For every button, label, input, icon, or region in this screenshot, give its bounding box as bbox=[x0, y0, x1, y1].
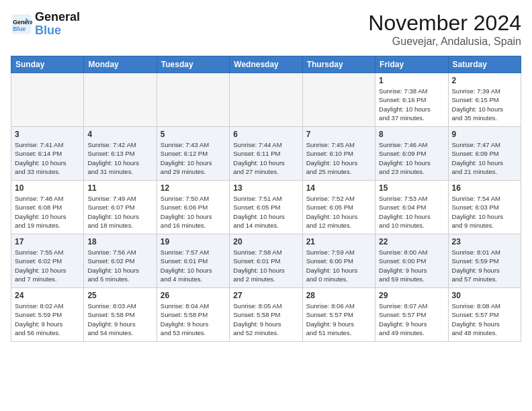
day-number: 4 bbox=[87, 130, 152, 139]
calendar-cell: 27Sunrise: 8:05 AM Sunset: 5:58 PM Dayli… bbox=[230, 288, 302, 342]
calendar-cell: 1Sunrise: 7:38 AM Sunset: 6:16 PM Daylig… bbox=[375, 73, 448, 127]
day-number: 29 bbox=[379, 291, 444, 300]
day-number: 11 bbox=[87, 183, 152, 193]
day-info: Sunrise: 7:51 AM Sunset: 6:05 PM Dayligh… bbox=[233, 194, 298, 230]
weekday-header: Sunday bbox=[11, 56, 84, 73]
calendar-cell: 19Sunrise: 7:57 AM Sunset: 6:01 PM Dayli… bbox=[157, 234, 229, 288]
day-info: Sunrise: 7:57 AM Sunset: 6:01 PM Dayligh… bbox=[161, 248, 226, 283]
day-info: Sunrise: 8:03 AM Sunset: 5:58 PM Dayligh… bbox=[87, 302, 152, 337]
calendar-cell: 29Sunrise: 8:07 AM Sunset: 5:57 PM Dayli… bbox=[375, 288, 448, 342]
day-number: 28 bbox=[306, 291, 371, 300]
calendar-cell: 17Sunrise: 7:55 AM Sunset: 6:02 PM Dayli… bbox=[11, 234, 84, 288]
page-header: General Blue GeneralBlue November 2024 G… bbox=[11, 11, 521, 48]
calendar-cell bbox=[157, 73, 229, 127]
calendar-cell bbox=[302, 73, 375, 127]
calendar-cell bbox=[230, 73, 302, 127]
calendar-cell: 8Sunrise: 7:46 AM Sunset: 6:09 PM Daylig… bbox=[375, 127, 448, 181]
day-info: Sunrise: 7:44 AM Sunset: 6:11 PM Dayligh… bbox=[233, 140, 298, 176]
calendar-cell: 13Sunrise: 7:51 AM Sunset: 6:05 PM Dayli… bbox=[230, 181, 302, 234]
day-number: 13 bbox=[233, 183, 298, 193]
calendar-week-row: 1Sunrise: 7:38 AM Sunset: 6:16 PM Daylig… bbox=[11, 73, 521, 127]
day-number: 17 bbox=[15, 237, 80, 246]
day-number: 30 bbox=[452, 291, 517, 300]
day-info: Sunrise: 7:43 AM Sunset: 6:12 PM Dayligh… bbox=[161, 140, 226, 176]
location: Guevejar, Andalusia, Spain bbox=[368, 36, 521, 48]
day-number: 26 bbox=[161, 291, 226, 300]
calendar-week-row: 17Sunrise: 7:55 AM Sunset: 6:02 PM Dayli… bbox=[11, 234, 521, 288]
calendar-cell: 24Sunrise: 8:02 AM Sunset: 5:59 PM Dayli… bbox=[11, 288, 84, 342]
day-number: 19 bbox=[161, 237, 226, 246]
day-info: Sunrise: 7:52 AM Sunset: 6:05 PM Dayligh… bbox=[306, 194, 371, 230]
weekday-header-row: SundayMondayTuesdayWednesdayThursdayFrid… bbox=[11, 56, 521, 73]
calendar-cell bbox=[11, 73, 84, 127]
calendar-week-row: 3Sunrise: 7:41 AM Sunset: 6:14 PM Daylig… bbox=[11, 127, 521, 181]
calendar-cell: 25Sunrise: 8:03 AM Sunset: 5:58 PM Dayli… bbox=[84, 288, 157, 342]
day-number: 2 bbox=[452, 76, 517, 85]
calendar-cell: 9Sunrise: 7:47 AM Sunset: 6:09 PM Daylig… bbox=[448, 127, 521, 181]
calendar-cell: 23Sunrise: 8:01 AM Sunset: 5:59 PM Dayli… bbox=[448, 234, 521, 288]
calendar-cell: 11Sunrise: 7:49 AM Sunset: 6:07 PM Dayli… bbox=[84, 181, 157, 234]
day-number: 10 bbox=[15, 183, 80, 193]
day-info: Sunrise: 7:45 AM Sunset: 6:10 PM Dayligh… bbox=[306, 140, 371, 176]
day-number: 7 bbox=[306, 130, 371, 139]
calendar-cell: 4Sunrise: 7:42 AM Sunset: 6:13 PM Daylig… bbox=[84, 127, 157, 181]
day-info: Sunrise: 7:50 AM Sunset: 6:06 PM Dayligh… bbox=[161, 194, 226, 230]
day-number: 8 bbox=[379, 130, 444, 139]
day-info: Sunrise: 8:04 AM Sunset: 5:58 PM Dayligh… bbox=[161, 302, 226, 337]
calendar-cell: 15Sunrise: 7:53 AM Sunset: 6:04 PM Dayli… bbox=[375, 181, 448, 234]
calendar-cell: 10Sunrise: 7:48 AM Sunset: 6:08 PM Dayli… bbox=[11, 181, 84, 234]
day-info: Sunrise: 7:48 AM Sunset: 6:08 PM Dayligh… bbox=[15, 194, 80, 230]
day-info: Sunrise: 7:53 AM Sunset: 6:04 PM Dayligh… bbox=[379, 194, 444, 230]
calendar-cell: 20Sunrise: 7:58 AM Sunset: 6:01 PM Dayli… bbox=[230, 234, 302, 288]
day-number: 25 bbox=[87, 291, 152, 300]
day-number: 21 bbox=[306, 237, 371, 246]
day-number: 27 bbox=[233, 291, 298, 300]
calendar-cell: 30Sunrise: 8:08 AM Sunset: 5:57 PM Dayli… bbox=[448, 288, 521, 342]
day-info: Sunrise: 7:49 AM Sunset: 6:07 PM Dayligh… bbox=[87, 194, 152, 230]
day-info: Sunrise: 7:42 AM Sunset: 6:13 PM Dayligh… bbox=[87, 140, 152, 176]
day-number: 14 bbox=[306, 183, 371, 193]
day-number: 24 bbox=[15, 291, 80, 300]
weekday-header: Tuesday bbox=[157, 56, 229, 73]
calendar-cell: 26Sunrise: 8:04 AM Sunset: 5:58 PM Dayli… bbox=[157, 288, 229, 342]
day-info: Sunrise: 7:38 AM Sunset: 6:16 PM Dayligh… bbox=[379, 87, 444, 122]
day-number: 23 bbox=[452, 237, 517, 246]
calendar-week-row: 24Sunrise: 8:02 AM Sunset: 5:59 PM Dayli… bbox=[11, 288, 521, 342]
day-info: Sunrise: 7:46 AM Sunset: 6:09 PM Dayligh… bbox=[379, 140, 444, 176]
day-info: Sunrise: 8:08 AM Sunset: 5:57 PM Dayligh… bbox=[452, 302, 517, 337]
weekday-header: Friday bbox=[375, 56, 448, 73]
day-info: Sunrise: 7:47 AM Sunset: 6:09 PM Dayligh… bbox=[452, 140, 517, 176]
day-number: 1 bbox=[379, 76, 444, 85]
day-number: 22 bbox=[379, 237, 444, 246]
day-number: 18 bbox=[87, 237, 152, 246]
weekday-header: Saturday bbox=[448, 56, 521, 73]
weekday-header: Wednesday bbox=[230, 56, 302, 73]
logo-icon: General Blue bbox=[11, 13, 32, 35]
day-info: Sunrise: 7:58 AM Sunset: 6:01 PM Dayligh… bbox=[233, 248, 298, 283]
day-number: 15 bbox=[379, 183, 444, 193]
day-info: Sunrise: 8:06 AM Sunset: 5:57 PM Dayligh… bbox=[306, 302, 371, 337]
calendar-cell: 28Sunrise: 8:06 AM Sunset: 5:57 PM Dayli… bbox=[302, 288, 375, 342]
calendar-cell: 2Sunrise: 7:39 AM Sunset: 6:15 PM Daylig… bbox=[448, 73, 521, 127]
calendar-table: SundayMondayTuesdayWednesdayThursdayFrid… bbox=[11, 56, 521, 342]
logo-text: GeneralBlue bbox=[35, 11, 80, 38]
day-info: Sunrise: 7:41 AM Sunset: 6:14 PM Dayligh… bbox=[15, 140, 80, 176]
calendar-cell: 22Sunrise: 8:00 AM Sunset: 6:00 PM Dayli… bbox=[375, 234, 448, 288]
day-info: Sunrise: 7:59 AM Sunset: 6:00 PM Dayligh… bbox=[306, 248, 371, 283]
day-number: 16 bbox=[452, 183, 517, 193]
day-info: Sunrise: 7:56 AM Sunset: 6:02 PM Dayligh… bbox=[87, 248, 152, 283]
day-number: 6 bbox=[233, 130, 298, 139]
calendar-cell: 3Sunrise: 7:41 AM Sunset: 6:14 PM Daylig… bbox=[11, 127, 84, 181]
calendar-cell: 14Sunrise: 7:52 AM Sunset: 6:05 PM Dayli… bbox=[302, 181, 375, 234]
day-info: Sunrise: 7:55 AM Sunset: 6:02 PM Dayligh… bbox=[15, 248, 80, 283]
logo: General Blue GeneralBlue bbox=[11, 11, 80, 38]
weekday-header: Thursday bbox=[302, 56, 375, 73]
day-info: Sunrise: 8:05 AM Sunset: 5:58 PM Dayligh… bbox=[233, 302, 298, 337]
day-number: 5 bbox=[161, 130, 226, 139]
svg-text:General: General bbox=[13, 19, 32, 26]
weekday-header: Monday bbox=[84, 56, 157, 73]
calendar-cell: 7Sunrise: 7:45 AM Sunset: 6:10 PM Daylig… bbox=[302, 127, 375, 181]
calendar-cell: 18Sunrise: 7:56 AM Sunset: 6:02 PM Dayli… bbox=[84, 234, 157, 288]
calendar-cell: 6Sunrise: 7:44 AM Sunset: 6:11 PM Daylig… bbox=[230, 127, 302, 181]
calendar-cell: 21Sunrise: 7:59 AM Sunset: 6:00 PM Dayli… bbox=[302, 234, 375, 288]
